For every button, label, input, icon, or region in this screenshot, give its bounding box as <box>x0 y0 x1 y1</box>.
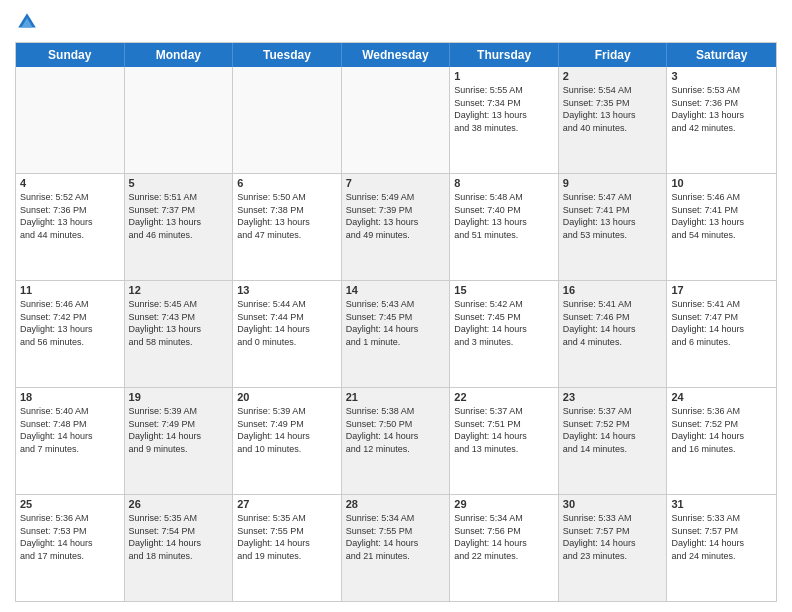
day-number: 31 <box>671 498 772 510</box>
cell-info: Sunrise: 5:34 AM Sunset: 7:55 PM Dayligh… <box>346 512 446 562</box>
day-number: 18 <box>20 391 120 403</box>
day-number: 25 <box>20 498 120 510</box>
calendar: SundayMondayTuesdayWednesdayThursdayFrid… <box>15 42 777 602</box>
day-number: 28 <box>346 498 446 510</box>
cal-row-4: 25Sunrise: 5:36 AM Sunset: 7:53 PM Dayli… <box>16 495 776 601</box>
cal-cell-day-8: 8Sunrise: 5:48 AM Sunset: 7:40 PM Daylig… <box>450 174 559 280</box>
day-number: 23 <box>563 391 663 403</box>
cal-cell-day-19: 19Sunrise: 5:39 AM Sunset: 7:49 PM Dayli… <box>125 388 234 494</box>
cal-cell-day-4: 4Sunrise: 5:52 AM Sunset: 7:36 PM Daylig… <box>16 174 125 280</box>
cell-info: Sunrise: 5:40 AM Sunset: 7:48 PM Dayligh… <box>20 405 120 455</box>
day-number: 9 <box>563 177 663 189</box>
cell-info: Sunrise: 5:48 AM Sunset: 7:40 PM Dayligh… <box>454 191 554 241</box>
cal-cell-day-30: 30Sunrise: 5:33 AM Sunset: 7:57 PM Dayli… <box>559 495 668 601</box>
cell-info: Sunrise: 5:34 AM Sunset: 7:56 PM Dayligh… <box>454 512 554 562</box>
cal-cell-empty <box>125 67 234 173</box>
cal-cell-day-22: 22Sunrise: 5:37 AM Sunset: 7:51 PM Dayli… <box>450 388 559 494</box>
cal-cell-day-15: 15Sunrise: 5:42 AM Sunset: 7:45 PM Dayli… <box>450 281 559 387</box>
cell-info: Sunrise: 5:46 AM Sunset: 7:41 PM Dayligh… <box>671 191 772 241</box>
cal-cell-day-16: 16Sunrise: 5:41 AM Sunset: 7:46 PM Dayli… <box>559 281 668 387</box>
day-number: 17 <box>671 284 772 296</box>
cal-cell-day-29: 29Sunrise: 5:34 AM Sunset: 7:56 PM Dayli… <box>450 495 559 601</box>
day-number: 30 <box>563 498 663 510</box>
cal-cell-day-9: 9Sunrise: 5:47 AM Sunset: 7:41 PM Daylig… <box>559 174 668 280</box>
page: SundayMondayTuesdayWednesdayThursdayFrid… <box>0 0 792 612</box>
cal-cell-day-11: 11Sunrise: 5:46 AM Sunset: 7:42 PM Dayli… <box>16 281 125 387</box>
header-day-sunday: Sunday <box>16 43 125 67</box>
day-number: 5 <box>129 177 229 189</box>
day-number: 22 <box>454 391 554 403</box>
cal-cell-day-10: 10Sunrise: 5:46 AM Sunset: 7:41 PM Dayli… <box>667 174 776 280</box>
header-day-tuesday: Tuesday <box>233 43 342 67</box>
calendar-header: SundayMondayTuesdayWednesdayThursdayFrid… <box>16 43 776 67</box>
day-number: 13 <box>237 284 337 296</box>
cal-cell-day-5: 5Sunrise: 5:51 AM Sunset: 7:37 PM Daylig… <box>125 174 234 280</box>
day-number: 15 <box>454 284 554 296</box>
day-number: 27 <box>237 498 337 510</box>
cell-info: Sunrise: 5:41 AM Sunset: 7:47 PM Dayligh… <box>671 298 772 348</box>
cell-info: Sunrise: 5:53 AM Sunset: 7:36 PM Dayligh… <box>671 84 772 134</box>
cell-info: Sunrise: 5:47 AM Sunset: 7:41 PM Dayligh… <box>563 191 663 241</box>
logo-icon <box>15 10 39 34</box>
day-number: 7 <box>346 177 446 189</box>
cal-cell-day-21: 21Sunrise: 5:38 AM Sunset: 7:50 PM Dayli… <box>342 388 451 494</box>
cal-cell-day-1: 1Sunrise: 5:55 AM Sunset: 7:34 PM Daylig… <box>450 67 559 173</box>
day-number: 19 <box>129 391 229 403</box>
cal-cell-day-24: 24Sunrise: 5:36 AM Sunset: 7:52 PM Dayli… <box>667 388 776 494</box>
cell-info: Sunrise: 5:38 AM Sunset: 7:50 PM Dayligh… <box>346 405 446 455</box>
header-day-wednesday: Wednesday <box>342 43 451 67</box>
cal-cell-empty <box>16 67 125 173</box>
cal-cell-day-3: 3Sunrise: 5:53 AM Sunset: 7:36 PM Daylig… <box>667 67 776 173</box>
cell-info: Sunrise: 5:33 AM Sunset: 7:57 PM Dayligh… <box>671 512 772 562</box>
header-day-friday: Friday <box>559 43 668 67</box>
cal-row-1: 4Sunrise: 5:52 AM Sunset: 7:36 PM Daylig… <box>16 174 776 281</box>
cell-info: Sunrise: 5:54 AM Sunset: 7:35 PM Dayligh… <box>563 84 663 134</box>
cal-cell-empty <box>233 67 342 173</box>
cal-row-2: 11Sunrise: 5:46 AM Sunset: 7:42 PM Dayli… <box>16 281 776 388</box>
day-number: 6 <box>237 177 337 189</box>
cal-cell-day-13: 13Sunrise: 5:44 AM Sunset: 7:44 PM Dayli… <box>233 281 342 387</box>
cell-info: Sunrise: 5:35 AM Sunset: 7:55 PM Dayligh… <box>237 512 337 562</box>
day-number: 10 <box>671 177 772 189</box>
header <box>15 10 777 34</box>
cell-info: Sunrise: 5:44 AM Sunset: 7:44 PM Dayligh… <box>237 298 337 348</box>
day-number: 29 <box>454 498 554 510</box>
cal-cell-day-2: 2Sunrise: 5:54 AM Sunset: 7:35 PM Daylig… <box>559 67 668 173</box>
cal-cell-day-6: 6Sunrise: 5:50 AM Sunset: 7:38 PM Daylig… <box>233 174 342 280</box>
cal-cell-day-12: 12Sunrise: 5:45 AM Sunset: 7:43 PM Dayli… <box>125 281 234 387</box>
cal-cell-day-31: 31Sunrise: 5:33 AM Sunset: 7:57 PM Dayli… <box>667 495 776 601</box>
day-number: 14 <box>346 284 446 296</box>
day-number: 1 <box>454 70 554 82</box>
cell-info: Sunrise: 5:45 AM Sunset: 7:43 PM Dayligh… <box>129 298 229 348</box>
cell-info: Sunrise: 5:52 AM Sunset: 7:36 PM Dayligh… <box>20 191 120 241</box>
cal-cell-day-23: 23Sunrise: 5:37 AM Sunset: 7:52 PM Dayli… <box>559 388 668 494</box>
day-number: 11 <box>20 284 120 296</box>
cell-info: Sunrise: 5:51 AM Sunset: 7:37 PM Dayligh… <box>129 191 229 241</box>
cell-info: Sunrise: 5:35 AM Sunset: 7:54 PM Dayligh… <box>129 512 229 562</box>
logo <box>15 10 43 34</box>
cal-cell-day-18: 18Sunrise: 5:40 AM Sunset: 7:48 PM Dayli… <box>16 388 125 494</box>
cell-info: Sunrise: 5:49 AM Sunset: 7:39 PM Dayligh… <box>346 191 446 241</box>
cal-cell-day-17: 17Sunrise: 5:41 AM Sunset: 7:47 PM Dayli… <box>667 281 776 387</box>
day-number: 16 <box>563 284 663 296</box>
day-number: 8 <box>454 177 554 189</box>
cal-cell-day-27: 27Sunrise: 5:35 AM Sunset: 7:55 PM Dayli… <box>233 495 342 601</box>
cell-info: Sunrise: 5:50 AM Sunset: 7:38 PM Dayligh… <box>237 191 337 241</box>
cal-cell-day-28: 28Sunrise: 5:34 AM Sunset: 7:55 PM Dayli… <box>342 495 451 601</box>
cal-cell-day-20: 20Sunrise: 5:39 AM Sunset: 7:49 PM Dayli… <box>233 388 342 494</box>
cal-cell-empty <box>342 67 451 173</box>
cell-info: Sunrise: 5:46 AM Sunset: 7:42 PM Dayligh… <box>20 298 120 348</box>
cal-cell-day-26: 26Sunrise: 5:35 AM Sunset: 7:54 PM Dayli… <box>125 495 234 601</box>
header-day-thursday: Thursday <box>450 43 559 67</box>
header-day-saturday: Saturday <box>667 43 776 67</box>
cell-info: Sunrise: 5:36 AM Sunset: 7:52 PM Dayligh… <box>671 405 772 455</box>
day-number: 21 <box>346 391 446 403</box>
calendar-body: 1Sunrise: 5:55 AM Sunset: 7:34 PM Daylig… <box>16 67 776 601</box>
header-day-monday: Monday <box>125 43 234 67</box>
day-number: 4 <box>20 177 120 189</box>
cell-info: Sunrise: 5:37 AM Sunset: 7:52 PM Dayligh… <box>563 405 663 455</box>
cell-info: Sunrise: 5:42 AM Sunset: 7:45 PM Dayligh… <box>454 298 554 348</box>
cell-info: Sunrise: 5:39 AM Sunset: 7:49 PM Dayligh… <box>237 405 337 455</box>
day-number: 20 <box>237 391 337 403</box>
cell-info: Sunrise: 5:43 AM Sunset: 7:45 PM Dayligh… <box>346 298 446 348</box>
